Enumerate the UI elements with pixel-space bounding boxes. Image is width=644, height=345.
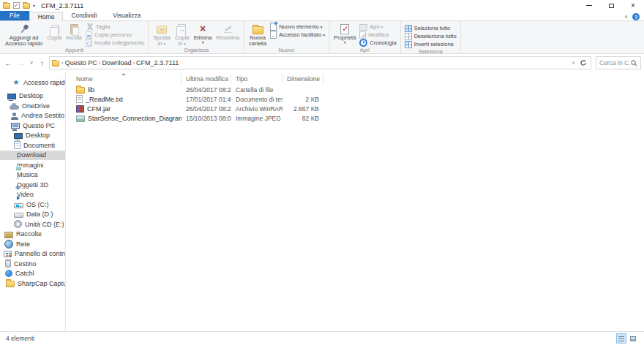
breadcrumb-item-download[interactable]: Download [100,59,132,67]
control-panel-icon [4,251,12,257]
sidebar-item-label: Rete [16,240,30,248]
select-all-button[interactable]: Seleziona tutto [403,24,458,32]
file-row[interactable]: StarSense_Connection_Diagram.jpg15/10/20… [66,113,644,123]
ribbon-group-label: Apri [332,47,398,53]
tab-file[interactable]: File [0,11,29,20]
app-folder-icon [3,3,10,9]
item-count: 4 elementi [6,335,34,342]
qat-new-folder-icon[interactable] [23,3,30,9]
easy-access-button[interactable]: Accesso facilitato [269,31,326,39]
file-row[interactable]: lib26/04/2017 08:28Cartella di file [66,85,644,94]
breadcrumb-item-questo-pc[interactable]: Questo PC [64,59,99,67]
open-button[interactable]: Apri [358,23,397,31]
properties-button[interactable]: Proprietà▾ [332,22,358,45]
pin-to-quick-access-button[interactable]: Aggiungi adAccesso rapido [3,22,45,47]
ribbon-group-nuovo: NuovacartellaNuovo elementoAccesso facil… [244,21,329,53]
window-controls: × [578,0,644,11]
column-header-nome[interactable]: Nome [72,74,181,84]
select-none-icon [405,33,412,40]
sidebar-item-label: Desktop [19,92,43,99]
sidebar-item-questo-pc[interactable]: Questo PC [0,121,65,131]
breadcrumb-item-cfm-2-3-7111[interactable]: CFM_2.3.7111 [135,59,180,67]
jpeg-image-icon [76,115,85,122]
copy-to-button[interactable]: Copiain [173,22,192,47]
sidebar-item-onedrive[interactable]: OneDrive [0,101,65,111]
sidebar-item-label: Accesso rapido [23,79,65,86]
maximize-button[interactable] [600,0,622,11]
tab-condividi[interactable]: Condividi [63,11,105,20]
file-size: 82 KB [282,115,323,122]
search-box[interactable]: Cerca in C... [596,56,641,69]
address-dropdown-icon[interactable]: ∨ [572,60,575,66]
copy-button[interactable]: Copia [45,22,64,41]
select-none-button[interactable]: Deseleziona tutto [403,32,458,40]
rename-button[interactable]: Rinomina [214,22,242,41]
sidebar-item-rete[interactable]: Rete [0,239,65,249]
sidebar-item-unit-cd-e[interactable]: Unità CD (E:) [0,219,65,230]
close-button[interactable]: × [622,0,644,11]
file-name-text: StarSense_Connection_Diagram.jpg [88,115,181,122]
sidebar-item-andrea-sestito[interactable]: Andrea Sestito [0,111,65,121]
sidebar-item-accesso-rapido[interactable]: Accesso rapido [0,77,65,88]
delete-button[interactable]: Elimina▾ [192,22,214,45]
collapse-ribbon-icon[interactable]: ∧ [624,13,628,20]
refresh-icon[interactable] [580,59,587,67]
column-header-tipo[interactable]: Tipo [231,74,282,84]
sidebar-item-download[interactable]: Download [0,151,65,161]
column-header-dimensione[interactable]: Dimensione [282,74,323,84]
sidebar-item-video[interactable]: Video [0,190,65,200]
sidebar-item-catchl[interactable]: Catchl [0,269,65,279]
forward-button[interactable]: → [15,59,26,67]
edit-button[interactable]: Modifica [358,31,397,39]
paste-button[interactable]: Incolla [64,22,84,41]
new-folder-button[interactable]: Nuovacartella [247,22,269,47]
thumbnails-view-button[interactable] [628,333,638,344]
minimize-button[interactable] [578,0,600,11]
help-icon[interactable]: ? [632,13,640,20]
sidebar-item-data-d[interactable]: Data (D:) [0,210,65,220]
sidebar-item-label: Musica [17,171,38,178]
sidebar-item-documenti[interactable]: Documenti [0,140,65,151]
file-type: Cartella di file [231,86,282,94]
sidebar-item-cestino[interactable]: Cestino [0,259,65,269]
address-box[interactable]: ›Questo PC›Download›CFM_2.3.7111 ∨ [49,56,591,69]
copy-path-button[interactable]: Copia percorso [84,31,146,39]
file-name-text: _ReadMe.txt [86,96,123,103]
search-input[interactable]: Cerca in C... [599,59,631,67]
minimize-icon [586,5,592,6]
sidebar-item-desktop[interactable]: Desktop [0,131,65,141]
cut-button[interactable]: Taglia [84,23,146,31]
qat-customize-chevron-icon[interactable]: ▾ [33,3,35,8]
up-button[interactable]: ↑ [37,59,48,67]
sidebar-item-musica[interactable]: Musica [0,170,65,181]
invert-selection-button[interactable]: Inverti selezione [403,40,458,48]
tab-visualizza[interactable]: Visualizza [105,11,149,20]
network-icon [4,240,13,249]
recent-locations-button[interactable]: ∨ [28,60,35,66]
ribbon-group-organizza: SpostainCopiainElimina▾RinominaOrganizza [149,21,244,53]
sidebar-item-sharpcap-captures[interactable]: SharpCap Captures [0,278,65,289]
file-row[interactable]: _ReadMe.txt17/01/2017 01:40Documento di … [66,94,644,104]
sidebar-item-desktop[interactable]: Desktop [0,91,65,102]
qat-properties-icon[interactable] [13,2,20,9]
desktop-icon [14,133,23,139]
details-view-button[interactable] [616,333,626,344]
file-row[interactable]: CFM.jar26/04/2017 08:23Archivio WinRAR2.… [66,104,644,113]
sidebar-item-os-c[interactable]: OS (C:) [0,200,65,210]
new-item-button[interactable]: Nuovo elemento [269,23,326,31]
sidebar-item-raccolte[interactable]: Raccolte [0,230,65,240]
history-button[interactable]: Cronologia [358,39,397,47]
this-pc-icon [11,123,20,129]
move-to-button[interactable]: Spostain [151,22,172,47]
paste-shortcut-button[interactable]: Incolla collegamento [84,39,146,47]
select-all-icon [405,25,412,32]
sidebar-item-oggetti-3d[interactable]: Oggetti 3D [0,180,65,190]
file-name: lib [72,86,181,94]
onedrive-icon [10,105,19,110]
column-header-ultima-modifica[interactable]: Ultima modifica [181,74,231,84]
tab-home[interactable]: Home [29,12,64,21]
back-button[interactable]: ← [3,59,14,67]
sidebar-item-immagini[interactable]: Immagini [0,160,65,170]
sidebar-item-pannello-di-controllo[interactable]: Pannello di controllo [0,249,65,259]
navigation-pane: Accesso rapidoDesktopOneDriveAndrea Sest… [0,72,66,331]
